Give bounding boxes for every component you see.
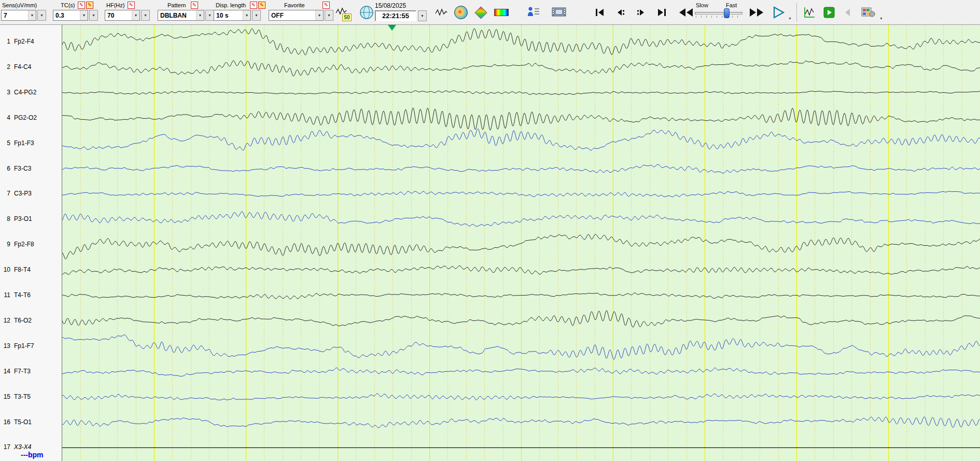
channel-label[interactable]: PG2-O2 [14, 114, 37, 121]
toolbar-separator [796, 3, 797, 22]
edit-pencil-icon[interactable]: ✎ [191, 2, 198, 9]
edit-pencil-icon[interactable]: ✎ [258, 2, 265, 9]
channel-number: 6 [0, 165, 10, 172]
channel-label[interactable]: T6-O2 [14, 317, 32, 324]
chevron-down-icon[interactable]: ▼ [132, 10, 139, 20]
channel-row[interactable]: 5Fp1-F3 [0, 139, 62, 148]
video-button[interactable] [550, 4, 568, 20]
channel-row[interactable]: 16T5-O1 [0, 418, 62, 427]
pattern-dropdown-button[interactable]: ▼ [205, 10, 214, 21]
channel-row[interactable]: 7C3-P3 [0, 190, 62, 198]
hf-combo[interactable]: 70 ▼ [105, 10, 140, 21]
go-to-end-button[interactable] [653, 6, 670, 19]
play-button[interactable] [769, 4, 787, 21]
channel-row[interactable]: 8P3-O1 [0, 215, 62, 223]
tools-dropdown-icon[interactable]: ▼ [879, 17, 883, 20]
time-dropdown-button[interactable]: ▼ [418, 10, 427, 21]
channel-row[interactable]: 1Fp2-F4 [0, 38, 62, 46]
channel-label[interactable]: F4-C4 [14, 63, 31, 71]
disp-length-dropdown-button[interactable]: ▼ [252, 10, 261, 21]
channel-number: 7 [0, 190, 10, 197]
disp-length-combo[interactable]: 10 s ▼ [214, 10, 251, 21]
edit-pencil-icon[interactable]: ✎ [128, 2, 135, 9]
channel-row[interactable]: 2F4-C4 [0, 63, 62, 72]
edit-pencil-icon[interactable]: ✎ [250, 2, 257, 9]
rewind-icon [678, 8, 694, 17]
chevron-down-icon[interactable]: ▼ [196, 10, 204, 20]
sens-dropdown-button[interactable]: ▼ [37, 10, 46, 21]
step-back-button[interactable] [612, 6, 628, 19]
channel-row[interactable]: 9Fp2-F8 [0, 241, 62, 249]
fast-forward-button[interactable] [746, 5, 767, 20]
channel-label[interactable]: F7-T3 [14, 368, 31, 375]
patient-info-button[interactable] [525, 4, 542, 20]
tc-dropdown-button[interactable]: ▼ [89, 10, 98, 21]
wave-review-button[interactable] [802, 5, 817, 20]
green-play-button[interactable] [821, 5, 837, 20]
channel-row[interactable]: 13Fp1-F7 [0, 342, 62, 351]
time-display[interactable]: 22:21:55 [375, 10, 416, 21]
channel-label[interactable]: X3-X4 [14, 443, 31, 451]
montage-tools-button[interactable] [859, 4, 877, 20]
speed-slider-handle[interactable] [724, 8, 730, 18]
channel-row[interactable]: 14F7-T3 [0, 368, 62, 376]
channel-label[interactable]: Fp2-F4 [14, 38, 34, 45]
channel-label[interactable]: F3-C3 [14, 165, 31, 172]
tc-label: TC(s) [61, 2, 75, 8]
channel-row[interactable]: 3C4-PG2 [0, 89, 62, 97]
channel-label[interactable]: T5-O1 [14, 418, 32, 426]
eeg-trace-area[interactable] [62, 25, 980, 461]
play-dropdown-icon[interactable]: ▼ [788, 17, 792, 20]
channel-label[interactable]: Fp2-F8 [14, 241, 34, 248]
channel-label[interactable]: T3-T5 [14, 393, 31, 400]
chevron-down-icon[interactable]: ▼ [28, 10, 36, 20]
sens-label: Sens(uV/mm) [2, 2, 37, 8]
hf-label: HF(Hz) [106, 2, 124, 8]
tc-value: 0.3 [53, 12, 80, 19]
edit-pencil-icon[interactable]: ✎ [86, 2, 93, 9]
edit-pencil-icon[interactable]: ✎ [78, 2, 85, 9]
channel-number: 1 [0, 38, 10, 45]
pattern-combo[interactable]: DBLBAN ▼ [158, 10, 204, 21]
channel-row[interactable]: 4PG2-O2 [0, 114, 62, 122]
hf-dropdown-button[interactable]: ▼ [141, 10, 150, 21]
speed-slider-track[interactable] [695, 12, 743, 15]
channel-number: 14 [0, 368, 10, 375]
waveform-button[interactable] [433, 5, 449, 20]
channel-label[interactable]: T4-T6 [14, 291, 31, 299]
head-map-button[interactable] [453, 5, 469, 20]
channel-label[interactable]: F8-T4 [14, 266, 31, 273]
notch-filter-badge[interactable]: 50 [342, 13, 352, 21]
favorite-combo[interactable]: OFF ▼ [269, 10, 324, 21]
channel-number: 9 [0, 241, 10, 248]
channel-label[interactable]: Fp1-F3 [14, 139, 34, 147]
edit-pencil-icon[interactable]: ✎ [323, 2, 330, 9]
favorite-dropdown-button[interactable]: ▼ [325, 10, 333, 21]
color-map-button[interactable] [473, 5, 488, 20]
back-button[interactable] [840, 5, 856, 20]
rewind-button[interactable] [675, 5, 697, 20]
event-marker-icon[interactable] [388, 25, 396, 31]
color-scale-icon [494, 9, 509, 16]
speed-slider[interactable] [695, 8, 743, 22]
montage-tools-icon [861, 6, 875, 18]
sens-combo[interactable]: 7 ▼ [1, 10, 36, 21]
chevron-down-icon[interactable]: ▼ [315, 10, 323, 20]
channel-row[interactable]: 12T6-O2 [0, 317, 62, 325]
step-forward-button[interactable] [633, 6, 649, 19]
channel-row[interactable]: 11T4-T6 [0, 291, 62, 300]
chevron-down-icon[interactable]: ▼ [243, 10, 250, 20]
channel-row[interactable]: 15T3-T5 [0, 393, 62, 401]
channel-label[interactable]: Fp1-F7 [14, 342, 34, 350]
channel-label[interactable]: P3-O1 [14, 215, 32, 222]
go-to-start-button[interactable] [591, 6, 608, 19]
chevron-down-icon[interactable]: ▼ [80, 10, 88, 20]
channel-row[interactable]: 6F3-C3 [0, 165, 62, 173]
channel-label[interactable]: C3-P3 [14, 190, 32, 197]
channel-label[interactable]: C4-PG2 [14, 89, 36, 96]
color-scale-button[interactable] [493, 5, 510, 20]
tc-combo[interactable]: 0.3 ▼ [53, 10, 88, 21]
channel-row[interactable]: 10F8-T4 [0, 266, 62, 274]
pattern-label: Pattern [167, 2, 186, 8]
map-button[interactable] [358, 4, 375, 21]
